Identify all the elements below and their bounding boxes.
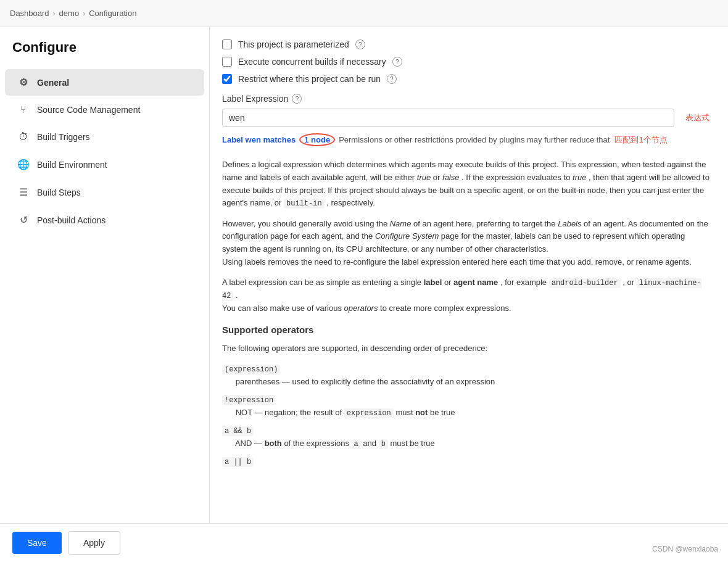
- restrict-checkbox[interactable]: [222, 74, 232, 84]
- match-info: Label wen matches 1 node Permissions or …: [222, 133, 709, 146]
- breadcrumb-demo[interactable]: demo: [59, 9, 80, 18]
- breadcrumb-configuration: Configuration: [89, 9, 136, 18]
- sidebar: Configure ⚙ General ⑂ Source Code Manage…: [0, 27, 210, 561]
- save-button[interactable]: Save: [12, 532, 62, 554]
- sidebar-item-label: Source Code Management: [37, 105, 140, 115]
- concurrent-label: Execute concurrent builds if necessary: [238, 57, 386, 67]
- globe-icon: 🌐: [17, 159, 30, 170]
- operator-not: !expression NOT — negation; the result o…: [222, 394, 709, 419]
- breadcrumb-sep-2: ›: [83, 9, 85, 18]
- sidebar-item-general[interactable]: ⚙ General: [5, 69, 204, 96]
- clock-icon: ⏱: [17, 131, 30, 143]
- desc-para1: Defines a logical expression which deter…: [222, 159, 709, 210]
- watermark: CSDN @wenxiaoba: [652, 545, 718, 553]
- breadcrumb-sep-1: ›: [53, 9, 56, 18]
- sidebar-title: Configure: [0, 39, 209, 68]
- gear-icon: ⚙: [17, 76, 30, 88]
- operators-desc: The following operators are supported, i…: [222, 342, 709, 355]
- checkbox-concurrent-row: Execute concurrent builds if necessary ?: [222, 57, 709, 67]
- concurrent-checkbox[interactable]: [222, 57, 232, 67]
- label-expr-input-row: 表达式: [222, 109, 709, 127]
- parameterized-checkbox[interactable]: [222, 39, 232, 49]
- label-expr-help-icon[interactable]: ?: [292, 94, 302, 104]
- description-box: Defines a logical expression which deter…: [222, 152, 709, 480]
- match-label-prefix: Label wen matches: [222, 135, 296, 144]
- bottom-bar: Save Apply: [0, 523, 728, 562]
- sidebar-item-label: Build Environment: [37, 160, 107, 170]
- scm-icon: ⑂: [17, 104, 30, 115]
- refresh-icon: ↺: [17, 214, 30, 226]
- sidebar-item-build-triggers[interactable]: ⏱ Build Triggers: [5, 124, 204, 150]
- match-info-cn: 匹配到1个节点: [614, 134, 667, 146]
- breadcrumb: Dashboard › demo › Configuration: [0, 0, 728, 27]
- match-suffix: Permissions or other restrictions provid…: [339, 135, 610, 144]
- operator-or: a || b: [222, 455, 709, 468]
- concurrent-help-icon[interactable]: ?: [392, 57, 402, 67]
- parameterized-label: This project is parameterized: [238, 39, 349, 49]
- label-expression-input[interactable]: [222, 109, 674, 127]
- restrict-help-icon[interactable]: ?: [387, 74, 397, 84]
- sidebar-item-label: Build Steps: [37, 188, 81, 197]
- sidebar-item-scm[interactable]: ⑂ Source Code Management: [5, 97, 204, 123]
- match-node-highlight: 1 node: [299, 133, 335, 146]
- sidebar-item-label: Post-build Actions: [37, 215, 105, 225]
- annotation-text: 表达式: [685, 112, 709, 123]
- desc-para3: A label expression can be as simple as e…: [222, 276, 709, 315]
- operator-and: a && b AND — both of the expressions a a…: [222, 424, 709, 450]
- apply-button[interactable]: Apply: [68, 531, 120, 555]
- sidebar-item-label: Build Triggers: [37, 132, 90, 142]
- restrict-label: Restrict where this project can be run: [238, 74, 381, 84]
- sidebar-item-build-steps[interactable]: ☰ Build Steps: [5, 179, 204, 205]
- parameterized-help-icon[interactable]: ?: [355, 39, 365, 49]
- sidebar-item-label: General: [37, 78, 69, 88]
- checkbox-restrict-row: Restrict where this project can be run ?: [222, 74, 709, 84]
- operator-expression: (expression) parentheses — used to expli…: [222, 363, 709, 389]
- breadcrumb-dashboard[interactable]: Dashboard: [10, 9, 49, 18]
- label-expression-title: Label Expression ?: [222, 94, 709, 104]
- desc-para2: However, you should generally avoid usin…: [222, 218, 709, 269]
- list-icon: ☰: [17, 186, 30, 198]
- sidebar-item-build-environment[interactable]: 🌐 Build Environment: [5, 151, 204, 178]
- content-area: This project is parameterized ? Execute …: [210, 27, 728, 561]
- label-expression-section: Label Expression ? 表达式: [222, 94, 709, 127]
- checkbox-parameterized-row: This project is parameterized ?: [222, 39, 709, 49]
- operators-title: Supported operators: [222, 323, 709, 337]
- sidebar-item-post-build[interactable]: ↺ Post-build Actions: [5, 207, 204, 233]
